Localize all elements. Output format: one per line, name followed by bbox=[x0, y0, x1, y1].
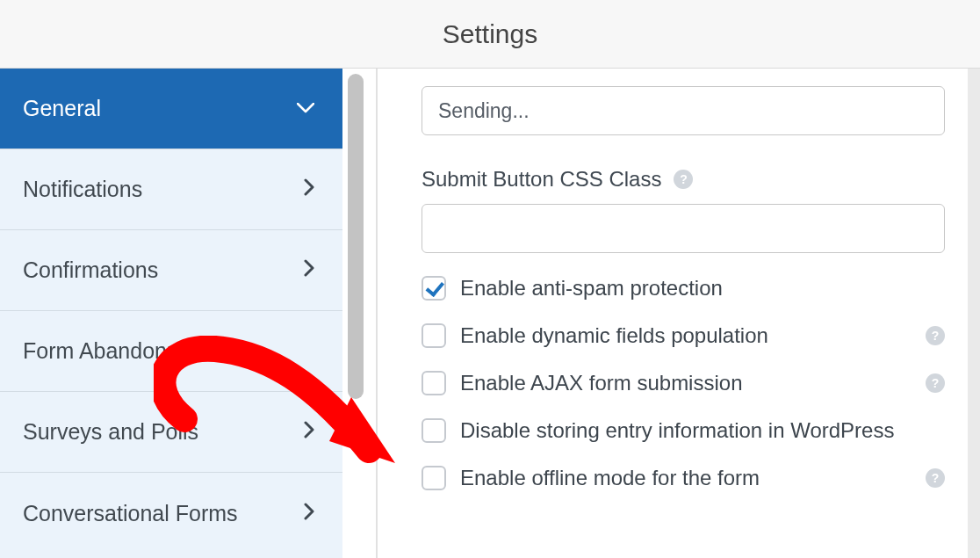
checkbox-icon[interactable] bbox=[422, 323, 446, 348]
checkbox-dynamic-fields[interactable]: Enable dynamic fields population ? bbox=[422, 323, 945, 348]
checkbox-label: Enable dynamic fields population bbox=[460, 323, 912, 348]
settings-main-panel: Sending... Submit Button CSS Class ? Ena… bbox=[378, 69, 980, 558]
chevron-right-icon bbox=[304, 503, 314, 525]
checkbox-icon[interactable] bbox=[422, 466, 446, 490]
submit-button-css-class-label: Submit Button CSS Class ? bbox=[422, 167, 945, 192]
checkbox-icon[interactable] bbox=[422, 418, 446, 443]
sidebar-item-label: Surveys and Polls bbox=[23, 419, 198, 445]
page-header: Settings bbox=[0, 0, 980, 69]
content-body: General Notifications Confirmations Form… bbox=[0, 69, 980, 558]
checkbox-icon[interactable] bbox=[422, 371, 446, 395]
chevron-right-icon bbox=[304, 421, 314, 443]
chevron-right-icon bbox=[304, 259, 314, 281]
checkbox-label: Enable anti-spam protection bbox=[460, 276, 945, 301]
sidebar-item-form-abandonment[interactable]: Form Abandonment › bbox=[0, 311, 342, 392]
sidebar-item-label: Conversational Forms bbox=[23, 501, 238, 526]
sidebar-item-general[interactable]: General bbox=[0, 69, 342, 149]
help-icon[interactable]: ? bbox=[926, 326, 945, 345]
help-icon[interactable]: ? bbox=[926, 468, 945, 488]
sidebar-item-label: Form Abandonment bbox=[23, 338, 216, 364]
settings-screen: Settings General Notifications Confirmat… bbox=[0, 0, 980, 558]
sidebar-item-surveys-polls[interactable]: Surveys and Polls bbox=[0, 392, 342, 473]
settings-sidebar: General Notifications Confirmations Form… bbox=[0, 69, 342, 558]
checkbox-label: Enable AJAX form submission bbox=[460, 371, 912, 395]
sidebar-item-label: General bbox=[23, 96, 101, 121]
chevron-down-icon bbox=[297, 99, 314, 118]
sidebar-item-label: Notifications bbox=[23, 177, 142, 202]
checkbox-icon[interactable] bbox=[422, 276, 446, 301]
checkbox-label: Enable offline mode for the form bbox=[460, 466, 912, 490]
checkbox-offline-mode[interactable]: Enable offline mode for the form ? bbox=[422, 466, 945, 490]
submit-button-css-class-input[interactable] bbox=[422, 204, 945, 253]
help-icon[interactable]: ? bbox=[926, 373, 945, 393]
submit-processing-text-input[interactable]: Sending... bbox=[422, 86, 945, 135]
page-title: Settings bbox=[443, 19, 537, 49]
checkbox-ajax-submission[interactable]: Enable AJAX form submission ? bbox=[422, 371, 945, 395]
input-value: Sending... bbox=[438, 99, 530, 123]
gutter-divider bbox=[376, 69, 378, 558]
help-icon[interactable]: ? bbox=[674, 170, 693, 189]
checkbox-anti-spam[interactable]: Enable anti-spam protection bbox=[422, 276, 945, 301]
label-text: Submit Button CSS Class bbox=[422, 167, 661, 192]
checkbox-label: Disable storing entry information in Wor… bbox=[460, 418, 945, 443]
sidebar-item-conversational-forms[interactable]: Conversational Forms bbox=[0, 473, 342, 554]
scrollbar-thumb[interactable] bbox=[348, 74, 364, 399]
scroll-gutter bbox=[342, 69, 378, 558]
checkbox-disable-storing-entries[interactable]: Disable storing entry information in Wor… bbox=[422, 418, 945, 443]
right-edge-strip bbox=[968, 69, 980, 558]
chevron-right-icon bbox=[304, 178, 314, 200]
sidebar-item-confirmations[interactable]: Confirmations bbox=[0, 230, 342, 311]
sidebar-item-notifications[interactable]: Notifications bbox=[0, 149, 342, 230]
sidebar-item-label: Confirmations bbox=[23, 257, 158, 283]
